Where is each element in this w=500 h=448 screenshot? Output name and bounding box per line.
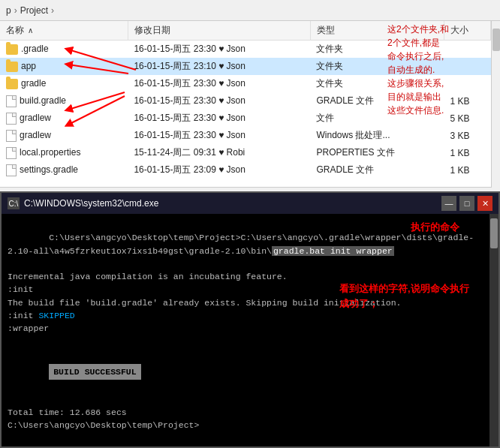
file-name-text: build.gradle bbox=[20, 95, 66, 106]
cmd-body-wrapper: C:\Users\angcyo\Desktop\temp\Project>C:\… bbox=[2, 214, 498, 446]
file-size-cell: 3 KB bbox=[444, 127, 490, 144]
explorer-scroll-thumb bbox=[492, 29, 500, 51]
cmd-titlebar: C:\ C:\WINDOWS\system32\cmd.exe — □ ✕ bbox=[2, 193, 498, 214]
cmd-line-7 bbox=[8, 335, 483, 347]
table-row[interactable]: gradlew16-01-15-周五 23:30 ♥ Json文件5 KB bbox=[0, 110, 491, 127]
file-date-cell: 16-01-15-周五 23:30 ♥ Json bbox=[128, 75, 310, 92]
explorer-scrollbar[interactable] bbox=[491, 21, 500, 188]
col-date[interactable]: 修改日期 bbox=[128, 21, 310, 41]
file-date-cell: 16-01-15-周五 23:30 ♥ Json bbox=[128, 92, 310, 110]
cmd-scroll-thumb bbox=[490, 218, 498, 248]
cmd-line-1: C:\Users\angcyo\Desktop\temp\Project>C:\… bbox=[8, 218, 483, 270]
cmd-highlight-command: gradle.bat init wrapper bbox=[272, 246, 394, 256]
file-date-cell: 15-11-24-周二 09:31 ♥ Robi bbox=[128, 144, 310, 161]
file-size-cell: 1 KB bbox=[444, 161, 490, 179]
file-explorer: p › Project › 名称 ∧ 修改日期 类型 大小 .gradle16-… bbox=[0, 0, 500, 188]
file-name-text: gradlew bbox=[20, 113, 51, 123]
folder-icon bbox=[6, 44, 18, 55]
cmd-close-btn[interactable]: ✕ bbox=[477, 196, 492, 211]
file-icon bbox=[6, 164, 17, 176]
file-size-cell bbox=[444, 75, 490, 92]
cmd-controls: — □ ✕ bbox=[441, 196, 492, 211]
file-size-cell: 1 KB bbox=[444, 92, 490, 110]
file-kind-cell: PROPERTIES 文件 bbox=[310, 144, 444, 161]
cmd-minimize-btn[interactable]: — bbox=[441, 196, 456, 211]
file-name-cell: local.properties bbox=[0, 144, 128, 161]
file-name-cell: .gradle bbox=[0, 41, 128, 59]
file-icon bbox=[6, 113, 17, 125]
file-name-cell: gradle bbox=[0, 75, 128, 92]
file-name-cell: settings.gradle bbox=[0, 161, 128, 179]
file-icon bbox=[6, 147, 17, 159]
file-name-text: local.properties bbox=[20, 147, 80, 158]
cmd-body: C:\Users\angcyo\Desktop\temp\Project>C:\… bbox=[2, 214, 489, 446]
file-name-text: gradlew bbox=[20, 130, 51, 140]
breadcrumb-sep1: › bbox=[14, 5, 17, 16]
file-size-cell bbox=[444, 41, 490, 59]
cmd-line-2: Incremental java compilation is an incub… bbox=[8, 270, 483, 283]
file-date-cell: 16-01-15-周五 23:30 ♥ Json bbox=[128, 127, 310, 144]
file-kind-cell: Windows 批处理... bbox=[310, 127, 444, 144]
file-kind-cell: 文件夹 bbox=[310, 75, 444, 92]
col-name[interactable]: 名称 ∧ bbox=[0, 21, 128, 41]
folder-icon bbox=[6, 79, 18, 89]
col-type[interactable]: 类型 bbox=[310, 21, 444, 41]
cmd-line-10: C:\Users\angcyo\Desktop\temp\Project> bbox=[8, 419, 483, 431]
table-row[interactable]: gradlew16-01-15-周五 23:30 ♥ JsonWindows 批… bbox=[0, 127, 491, 144]
file-name-cell: gradlew bbox=[0, 127, 128, 144]
file-name-text: settings.gradle bbox=[20, 164, 78, 175]
table-row[interactable]: app16-01-15-周五 23:10 ♥ Json文件夹 bbox=[0, 58, 491, 75]
file-name-text: app bbox=[21, 61, 36, 71]
cmd-line-3: :init bbox=[8, 283, 483, 296]
breadcrumb-part-project[interactable]: Project bbox=[20, 5, 48, 16]
folder-icon bbox=[6, 62, 18, 72]
cmd-line-9: Total time: 12.686 secs bbox=[8, 406, 483, 419]
table-row[interactable]: local.properties15-11-24-周二 09:31 ♥ Robi… bbox=[0, 144, 491, 161]
cmd-maximize-btn[interactable]: □ bbox=[459, 196, 474, 211]
file-date-cell: 16-01-15-周五 23:30 ♥ Json bbox=[128, 110, 310, 127]
file-icon bbox=[6, 95, 17, 107]
file-name-text: .gradle bbox=[21, 44, 49, 54]
cmd-line-8 bbox=[8, 392, 483, 405]
sort-arrow: ∧ bbox=[28, 26, 33, 35]
file-kind-cell: GRADLE 文件 bbox=[310, 92, 444, 110]
file-size-cell: 5 KB bbox=[444, 110, 490, 127]
explorer-wrapper: 名称 ∧ 修改日期 类型 大小 .gradle16-01-15-周五 23:30… bbox=[0, 21, 500, 188]
table-row[interactable]: build.gradle16-01-15-周五 23:30 ♥ JsonGRAD… bbox=[0, 92, 491, 110]
file-size-cell bbox=[444, 58, 490, 75]
table-row[interactable]: .gradle16-01-15-周五 23:30 ♥ Json文件夹 bbox=[0, 41, 491, 59]
file-name-cell: gradlew bbox=[0, 110, 128, 127]
file-name-cell: build.gradle bbox=[0, 92, 128, 110]
table-header-row: 名称 ∧ 修改日期 类型 大小 bbox=[0, 21, 491, 41]
cmd-success-line: BUILD SUCCESSFUL bbox=[8, 348, 483, 393]
file-size-cell: 1 KB bbox=[444, 144, 490, 161]
file-name-text: gradle bbox=[21, 78, 46, 89]
cmd-line1-text: C:\Users\angcyo\Desktop\temp\Project>C:\… bbox=[8, 233, 474, 255]
cmd-line-5: :init SKIPPED bbox=[8, 309, 483, 322]
breadcrumb-sep2: › bbox=[51, 5, 54, 16]
file-table: 名称 ∧ 修改日期 类型 大小 .gradle16-01-15-周五 23:30… bbox=[0, 21, 491, 179]
cmd-scrollbar[interactable] bbox=[489, 214, 498, 446]
col-size[interactable]: 大小 bbox=[444, 21, 490, 41]
cmd-skipped-text: SKIPPED bbox=[38, 311, 74, 320]
file-date-cell: 16-01-15-周五 23:10 ♥ Json bbox=[128, 58, 310, 75]
file-date-cell: 16-01-15-周五 23:30 ♥ Json bbox=[128, 41, 310, 59]
cmd-icon: C:\ bbox=[8, 197, 20, 209]
cmd-success-box: BUILD SUCCESSFUL bbox=[49, 364, 140, 380]
file-icon bbox=[6, 130, 17, 142]
explorer-content: 名称 ∧ 修改日期 类型 大小 .gradle16-01-15-周五 23:30… bbox=[0, 21, 491, 188]
cmd-line-6: :wrapper bbox=[8, 322, 483, 335]
table-row[interactable]: gradle16-01-15-周五 23:30 ♥ Json文件夹 bbox=[0, 75, 491, 92]
table-row[interactable]: settings.gradle16-01-15-周五 23:09 ♥ JsonG… bbox=[0, 161, 491, 179]
breadcrumb-part-p[interactable]: p bbox=[6, 5, 11, 16]
file-kind-cell: GRADLE 文件 bbox=[310, 161, 444, 179]
cmd-line-4: The build file 'build.gradle' already ex… bbox=[8, 296, 483, 309]
file-date-cell: 16-01-15-周五 23:09 ♥ Json bbox=[128, 161, 310, 179]
cmd-title: C:\WINDOWS\system32\cmd.exe bbox=[24, 198, 441, 209]
file-kind-cell: 文件 bbox=[310, 110, 444, 127]
cmd-window: C:\ C:\WINDOWS\system32\cmd.exe — □ ✕ C:… bbox=[0, 191, 500, 448]
breadcrumb: p › Project › bbox=[0, 0, 500, 21]
file-kind-cell: 文件夹 bbox=[310, 41, 444, 59]
file-kind-cell: 文件夹 bbox=[310, 58, 444, 75]
file-name-cell: app bbox=[0, 58, 128, 75]
